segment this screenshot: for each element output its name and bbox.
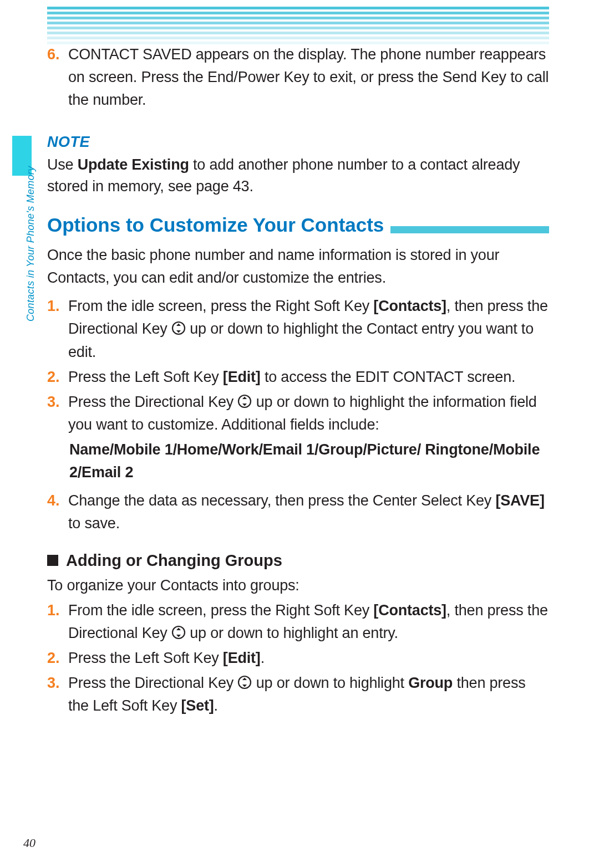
step-6: 6. CONTACT SAVED appears on the display.…	[47, 43, 549, 111]
svg-marker-8	[176, 635, 181, 637]
text: .	[214, 697, 218, 714]
svg-marker-1	[176, 324, 181, 326]
text: From the idle screen, press the Right So…	[68, 602, 373, 619]
sub-heading: Adding or Changing Groups	[47, 552, 549, 570]
text: Change the data as necessary, then press…	[68, 492, 495, 509]
groups-step-1: 1. From the idle screen, press the Right…	[47, 599, 549, 645]
directional-key-icon	[237, 675, 252, 690]
customize-step-4: 4. Change the data as necessary, then pr…	[47, 489, 549, 535]
svg-marker-7	[176, 627, 181, 630]
svg-marker-5	[242, 404, 247, 406]
section-heading: Options to Customize Your Contacts	[47, 214, 549, 236]
svg-marker-4	[242, 396, 247, 399]
list-text: CONTACT SAVED appears on the display. Th…	[68, 43, 549, 111]
svg-marker-10	[242, 677, 247, 680]
list-text: Press the Directional Key up or down to …	[68, 672, 549, 717]
svg-marker-11	[242, 685, 247, 687]
list-text: Press the Left Soft Key [Edit].	[68, 647, 549, 670]
groups-step-2: 2. Press the Left Soft Key [Edit].	[47, 647, 549, 670]
text: Press the Left Soft Key	[68, 650, 223, 666]
text: to save.	[68, 515, 120, 532]
key-contacts: [Contacts]	[373, 602, 446, 619]
directional-key-icon	[171, 625, 186, 640]
note-body: Use Update Existing to add another phone…	[47, 154, 549, 197]
text: .	[261, 650, 265, 666]
manual-page: Contacts in Your Phone's Memory 6. CONTA…	[0, 0, 599, 868]
text: to access the EDIT CONTACT screen.	[261, 369, 516, 385]
svg-marker-2	[176, 330, 181, 333]
section-intro: Once the basic phone number and name inf…	[47, 244, 549, 289]
top-stripes-decoration	[47, 7, 549, 45]
list-number: 6.	[47, 43, 63, 66]
list-number: 1.	[47, 599, 63, 622]
section-title: Options to Customize Your Contacts	[47, 214, 390, 236]
text: From the idle screen, press the Right So…	[68, 298, 373, 314]
text: up or down to highlight an entry.	[186, 625, 398, 641]
list-number: 4.	[47, 489, 63, 512]
directional-key-icon	[237, 394, 252, 409]
key-contacts: [Contacts]	[373, 298, 446, 314]
groups-step-3: 3. Press the Directional Key up or down …	[47, 672, 549, 717]
note-label: NOTE	[47, 134, 549, 151]
key-edit: [Edit]	[223, 369, 261, 385]
list-text: Press the Directional Key up or down to …	[68, 391, 549, 436]
field-list: Name/Mobile 1/Home/Work/Email 1/Group/Pi…	[47, 438, 549, 484]
list-text: From the idle screen, press the Right So…	[68, 295, 549, 363]
groups-intro: To organize your Contacts into groups:	[47, 574, 549, 597]
customize-step-2: 2. Press the Left Soft Key [Edit] to acc…	[47, 366, 549, 389]
square-bullet-icon	[47, 555, 58, 566]
sub-heading-text: Adding or Changing Groups	[66, 552, 282, 570]
page-number: 40	[23, 836, 35, 850]
text: Press the Directional Key	[68, 394, 237, 410]
field-list-bold: Name/Mobile 1/Home/Work/Email 1/Group/Pi…	[69, 441, 540, 481]
list-number: 2.	[47, 647, 63, 670]
page-content: 6. CONTACT SAVED appears on the display.…	[47, 43, 549, 719]
key-edit: [Edit]	[223, 650, 261, 666]
customize-step-1: 1. From the idle screen, press the Right…	[47, 295, 549, 363]
list-text: Change the data as necessary, then press…	[68, 489, 549, 535]
list-text: Press the Left Soft Key [Edit] to access…	[68, 366, 549, 389]
list-number: 3.	[47, 391, 63, 413]
note-pre: Use	[47, 156, 78, 173]
list-number: 3.	[47, 672, 63, 695]
key-set: [Set]	[181, 697, 214, 714]
list-number: 1.	[47, 295, 63, 318]
note-bold: Update Existing	[78, 156, 189, 173]
key-save: [SAVE]	[495, 492, 544, 509]
list-number: 2.	[47, 366, 63, 389]
customize-step-3: 3. Press the Directional Key up or down …	[47, 391, 549, 436]
text: Press the Directional Key	[68, 675, 237, 691]
key-group: Group	[408, 675, 453, 691]
text: up or down to highlight	[252, 675, 408, 691]
text: Press the Left Soft Key	[68, 369, 223, 385]
list-text: From the idle screen, press the Right So…	[68, 599, 549, 645]
chapter-label: Contacts in Your Phone's Memory	[25, 166, 37, 321]
directional-key-icon	[171, 321, 186, 335]
